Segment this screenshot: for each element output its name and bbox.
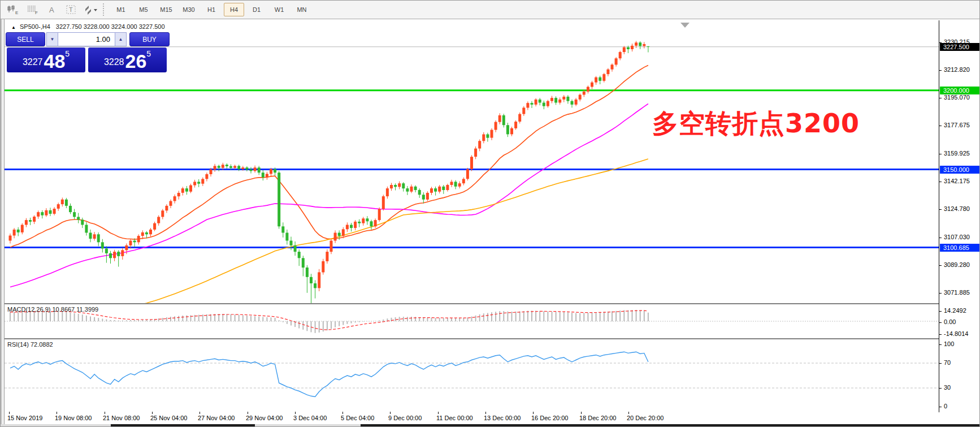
svg-text:A: A <box>49 6 54 14</box>
price-tick <box>939 182 942 182</box>
time-label: 29 Nov 04:00 <box>246 415 283 421</box>
timeframe-button-H1[interactable]: H1 <box>201 3 222 16</box>
collapse-arrow-icon[interactable]: ▲ <box>11 25 16 30</box>
rsi-label: 0 <box>944 403 947 409</box>
buy-price-quote[interactable]: 3228 26 5 <box>88 48 167 72</box>
price-tick <box>939 126 942 126</box>
volume-input[interactable] <box>58 32 115 46</box>
chart-window: ▲ SP500-,H4 3227.750 3228.000 3224.000 3… <box>1 19 980 427</box>
timeframe-button-W1[interactable]: W1 <box>269 3 289 16</box>
timeframe-button-M30[interactable]: M30 <box>179 3 199 16</box>
price-chart-panel[interactable]: ▲ SP500-,H4 3227.750 3228.000 3224.000 3… <box>5 20 939 304</box>
rsi-tick <box>939 344 942 345</box>
time-label: 21 Nov 08:00 <box>103 415 140 421</box>
price-tick <box>939 265 942 266</box>
ohlc-values: 3227.750 3228.000 3224.000 3227.500 <box>56 23 165 30</box>
buy-price-small: 3228 <box>104 54 124 71</box>
bottom-tab-strip <box>1 424 980 427</box>
price-label: 3107.030 <box>944 234 970 240</box>
price-label: 3177.675 <box>944 122 970 128</box>
volume-down-button[interactable]: ▼ <box>46 32 58 46</box>
macd-chart <box>5 304 939 337</box>
time-tick <box>57 412 57 414</box>
rsi-label: 70 <box>944 359 951 366</box>
price-label: 3089.280 <box>944 261 970 268</box>
time-tick <box>533 412 534 414</box>
price-label: 3195.070 <box>944 94 970 101</box>
sell-button[interactable]: SELL <box>6 32 45 46</box>
price-label: 3212.820 <box>944 66 970 73</box>
timeframe-button-D1[interactable]: D1 <box>246 3 267 16</box>
time-tick <box>581 412 582 414</box>
price-tick <box>939 154 942 154</box>
rsi-label: 30 <box>944 384 951 391</box>
symbol-period-label: SP500-,H4 <box>20 23 50 30</box>
bottom-tab-segment <box>361 424 980 427</box>
time-tick <box>342 412 343 414</box>
time-tick <box>105 412 105 414</box>
arrows-tool-icon[interactable] <box>81 2 99 17</box>
rsi-panel[interactable]: RSI(14) 72.0882 <box>5 339 939 412</box>
sell-price-big: 48 <box>44 51 65 71</box>
indicators-candles-icon[interactable]: E <box>5 2 23 17</box>
chart-symbol-header: ▲ SP500-,H4 3227.750 3228.000 3224.000 3… <box>11 23 165 30</box>
macd-label: MACD(12,26,9) 10.8667 11.3999 <box>7 306 98 313</box>
macd-tick <box>939 334 942 335</box>
sell-price-quote[interactable]: 3227 48 5 <box>7 48 85 72</box>
timeframe-button-M5[interactable]: M5 <box>133 3 154 16</box>
time-tick <box>152 412 153 414</box>
timeframe-button-M15[interactable]: M15 <box>156 3 176 16</box>
chart-shift-marker-icon[interactable] <box>680 23 690 28</box>
price-tick <box>939 98 942 98</box>
annotation-text: 多空转折点3200 <box>652 106 860 141</box>
buy-price-big: 26 <box>125 51 146 71</box>
price-label: 3159.925 <box>944 150 970 157</box>
timeframe-button-MN[interactable]: MN <box>292 3 312 16</box>
rsi-label: RSI(14) 72.0882 <box>7 341 53 348</box>
label-tool-icon[interactable]: A <box>43 2 61 17</box>
time-label: 16 Dec 20:00 <box>531 415 568 421</box>
time-tick <box>200 412 200 414</box>
macd-tick <box>939 311 942 312</box>
timeframe-button-M1[interactable]: M1 <box>111 3 131 16</box>
macd-tick <box>939 322 942 323</box>
rsi-scale[interactable]: 10070300 <box>939 339 980 412</box>
price-badge-3100.685: 3100.685 <box>940 244 979 252</box>
macd-label: -14.8014 <box>944 330 968 337</box>
time-scale[interactable]: 15 Nov 201919 Nov 08:0021 Nov 08:0025 No… <box>5 412 939 424</box>
price-scale[interactable]: 3230.2153212.8203195.0703177.6753159.925… <box>939 20 980 304</box>
buy-button[interactable]: BUY <box>129 32 170 46</box>
sell-price-sup: 5 <box>65 50 70 58</box>
time-tick <box>390 412 391 414</box>
time-label: 9 Dec 00:00 <box>388 415 422 421</box>
price-badge-3200.000: 3200.000 <box>940 87 979 94</box>
price-label: 3071.885 <box>944 289 970 296</box>
time-tick <box>628 412 629 414</box>
rsi-label: 100 <box>944 340 954 347</box>
time-tick <box>295 412 296 414</box>
time-label: 18 Dec 20:00 <box>579 415 616 421</box>
price-tick <box>939 209 942 210</box>
textbox-tool-icon[interactable]: T <box>62 2 80 17</box>
toolbar-separator <box>103 3 107 16</box>
time-label: 19 Nov 08:00 <box>55 415 92 421</box>
macd-label: 14.2492 <box>944 307 966 314</box>
time-label: 15 Nov 2019 <box>7 415 42 421</box>
window-left-border <box>1 19 5 424</box>
bottom-tab-segment <box>111 424 255 427</box>
svg-text:E: E <box>15 10 18 15</box>
price-tick <box>939 238 942 238</box>
macd-panel[interactable]: MACD(12,26,9) 10.8667 11.3999 <box>5 304 939 339</box>
volume-up-button[interactable]: ▲ <box>115 32 127 46</box>
tool-button-group: EFAT <box>4 2 100 17</box>
rsi-tick <box>939 407 942 407</box>
macd-scale[interactable]: 14.24920.00-14.8014 <box>939 304 980 339</box>
time-label: 25 Nov 04:00 <box>150 415 187 421</box>
volume-stepper: ▼ ▲ <box>46 32 127 46</box>
rsi-tick <box>939 363 942 364</box>
time-label: 13 Dec 00:00 <box>484 415 521 421</box>
macd-label: 0.00 <box>944 318 956 325</box>
grid-icon[interactable]: F <box>24 2 42 17</box>
timeframe-button-H4[interactable]: H4 <box>224 3 244 16</box>
mt4-window: EFAT M1M5M15M30H1H4D1W1MN ▲ SP500-,H4 32… <box>0 0 980 427</box>
